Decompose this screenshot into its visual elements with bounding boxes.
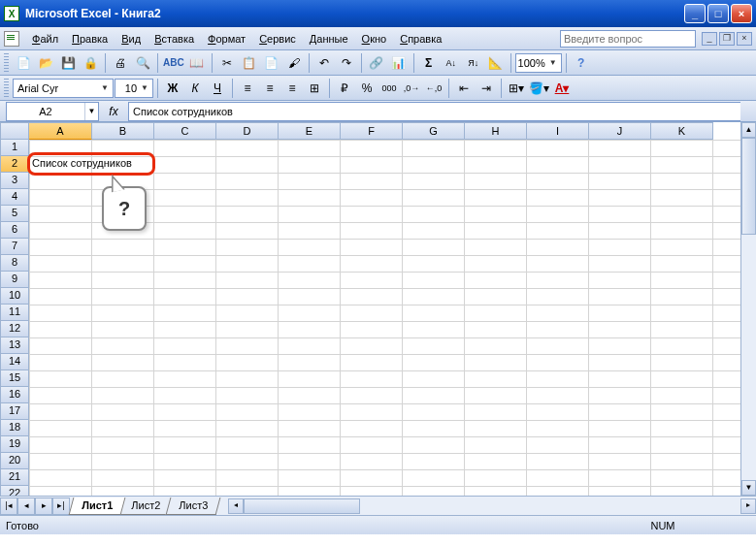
- row-header-13[interactable]: 13: [0, 337, 29, 354]
- row-header-22[interactable]: 22: [0, 486, 29, 496]
- row-header-18[interactable]: 18: [0, 420, 29, 436]
- menu-справка[interactable]: Справка: [393, 30, 448, 48]
- new-icon[interactable]: 📄: [13, 52, 34, 74]
- vertical-scrollbar[interactable]: ▲ ▼: [740, 122, 756, 496]
- mdi-close-button[interactable]: ×: [737, 32, 752, 46]
- hscroll-thumb[interactable]: [244, 498, 360, 514]
- col-header-c[interactable]: C: [154, 122, 216, 140]
- row-header-14[interactable]: 14: [0, 354, 29, 370]
- currency-icon[interactable]: ₽: [334, 78, 355, 99]
- align-left-icon[interactable]: ≡: [237, 78, 258, 99]
- tab-first-button[interactable]: |◂: [0, 498, 17, 515]
- increase-decimal-icon[interactable]: ,0→: [401, 78, 422, 99]
- mdi-minimize-button[interactable]: _: [702, 32, 717, 46]
- zoom-combo[interactable]: 100%▼: [515, 53, 562, 73]
- decrease-decimal-icon[interactable]: ←,0: [423, 78, 444, 99]
- menu-данные[interactable]: Данные: [303, 30, 355, 48]
- sheet-tab-1[interactable]: Лист1: [69, 498, 126, 515]
- decrease-indent-icon[interactable]: ⇤: [453, 78, 475, 99]
- row-header-1[interactable]: 1: [0, 140, 29, 156]
- scroll-down-button[interactable]: ▼: [741, 480, 756, 496]
- redo-icon[interactable]: ↷: [336, 52, 357, 74]
- col-header-k[interactable]: K: [651, 122, 713, 140]
- menu-формат[interactable]: Формат: [201, 30, 252, 48]
- row-header-5[interactable]: 5: [0, 206, 29, 222]
- menu-окно[interactable]: Окно: [355, 30, 394, 48]
- help-search-box[interactable]: [560, 30, 696, 48]
- sheet-tab-2[interactable]: Лист2: [118, 498, 174, 515]
- tab-last-button[interactable]: ▸|: [52, 498, 70, 515]
- row-header-20[interactable]: 20: [0, 453, 29, 469]
- comma-icon[interactable]: 000: [378, 78, 400, 99]
- scroll-up-button[interactable]: ▲: [741, 122, 756, 138]
- font-combo[interactable]: Arial Cyr▼: [13, 79, 114, 98]
- align-right-icon[interactable]: ≡: [281, 78, 303, 99]
- row-header-17[interactable]: 17: [0, 403, 29, 420]
- percent-icon[interactable]: %: [356, 78, 378, 99]
- row-header-16[interactable]: 16: [0, 387, 29, 403]
- italic-icon[interactable]: К: [184, 78, 206, 99]
- col-header-a[interactable]: A: [29, 122, 92, 140]
- cells-area[interactable]: Список сотрудников ?: [29, 140, 740, 496]
- copy-icon[interactable]: 📋: [239, 52, 260, 74]
- col-header-b[interactable]: B: [92, 122, 154, 140]
- row-header-19[interactable]: 19: [0, 436, 29, 453]
- fill-color-icon[interactable]: 🪣▾: [528, 78, 550, 99]
- horizontal-scrollbar[interactable]: ◂ ▸: [228, 498, 756, 514]
- help-icon[interactable]: ?: [571, 52, 592, 74]
- menu-файл[interactable]: Файл: [25, 30, 65, 48]
- cut-icon[interactable]: ✂: [216, 52, 238, 74]
- toolbar-grip[interactable]: [4, 53, 9, 73]
- col-header-j[interactable]: J: [589, 122, 651, 140]
- col-header-e[interactable]: E: [279, 122, 341, 140]
- row-header-21[interactable]: 21: [0, 469, 29, 486]
- cell-a2[interactable]: Список сотрудников: [30, 156, 134, 170]
- maximize-button[interactable]: □: [707, 4, 729, 23]
- col-header-g[interactable]: G: [403, 122, 465, 140]
- col-header-f[interactable]: F: [341, 122, 403, 140]
- print-icon[interactable]: 🖨: [110, 52, 131, 74]
- col-header-i[interactable]: I: [527, 122, 589, 140]
- minimize-button[interactable]: _: [684, 4, 706, 23]
- save-icon[interactable]: 💾: [57, 52, 79, 74]
- align-center-icon[interactable]: ≡: [259, 78, 280, 99]
- menu-вставка[interactable]: Вставка: [148, 30, 201, 48]
- hyperlink-icon[interactable]: 🔗: [366, 52, 387, 74]
- row-header-15[interactable]: 15: [0, 370, 29, 387]
- row-header-2[interactable]: 2: [0, 156, 29, 173]
- row-header-11[interactable]: 11: [0, 305, 29, 321]
- font-color-icon[interactable]: А▾: [551, 78, 573, 99]
- font-size-combo[interactable]: 10▼: [115, 79, 153, 98]
- borders-icon[interactable]: ⊞▾: [506, 78, 527, 99]
- spelling-icon[interactable]: ABC: [162, 52, 185, 74]
- scroll-thumb[interactable]: [741, 138, 756, 235]
- sort-asc-icon[interactable]: A↓: [441, 52, 462, 74]
- open-icon[interactable]: 📂: [35, 52, 56, 74]
- increase-indent-icon[interactable]: ⇥: [476, 78, 497, 99]
- autosum-icon[interactable]: Σ: [418, 52, 440, 74]
- row-header-7[interactable]: 7: [0, 239, 29, 255]
- row-header-10[interactable]: 10: [0, 288, 29, 305]
- col-header-d[interactable]: D: [216, 122, 279, 140]
- sheet-tab-3[interactable]: Лист3: [166, 498, 221, 515]
- row-header-3[interactable]: 3: [0, 173, 29, 189]
- chart-icon[interactable]: 📊: [388, 52, 410, 74]
- fx-button[interactable]: fx: [103, 105, 124, 118]
- formula-input[interactable]: Список сотрудников: [128, 102, 740, 121]
- col-header-h[interactable]: H: [465, 122, 527, 140]
- permissions-icon[interactable]: 🔒: [80, 52, 101, 74]
- sort-desc-icon[interactable]: Я↓: [463, 52, 484, 74]
- select-all-corner[interactable]: [0, 122, 29, 140]
- close-button[interactable]: ×: [731, 4, 752, 23]
- underline-icon[interactable]: Ч: [207, 78, 228, 99]
- row-header-8[interactable]: 8: [0, 255, 29, 272]
- menu-правка[interactable]: Правка: [65, 30, 115, 48]
- merge-center-icon[interactable]: ⊞: [304, 78, 325, 99]
- tab-next-button[interactable]: ▸: [35, 498, 52, 515]
- bold-icon[interactable]: Ж: [162, 78, 183, 99]
- name-box[interactable]: A2 ▼: [6, 102, 99, 121]
- row-header-6[interactable]: 6: [0, 222, 29, 239]
- row-header-9[interactable]: 9: [0, 272, 29, 288]
- undo-icon[interactable]: ↶: [313, 52, 335, 74]
- paste-icon[interactable]: 📄: [261, 52, 282, 74]
